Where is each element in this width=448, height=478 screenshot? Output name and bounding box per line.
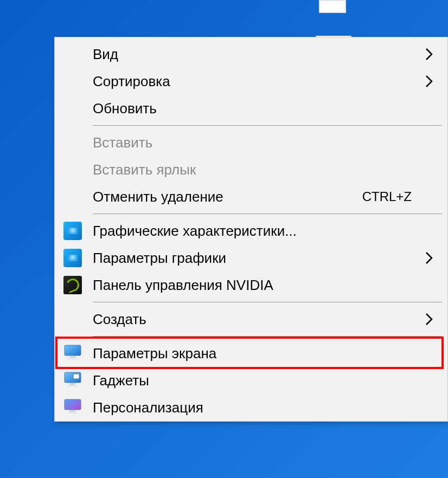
svg-rect-6	[73, 374, 79, 379]
menu-item-shortcut: CTRL+Z	[362, 189, 421, 204]
menu-item-label: Параметры экрана	[93, 345, 421, 362]
menu-item-label: Отменить удаление	[93, 189, 362, 205]
menu-item-personalize[interactable]: Персонализация	[55, 394, 447, 421]
menu-item-label: Гаджеты	[93, 372, 421, 389]
nvidia-icon	[63, 276, 82, 294]
gadgets-icon	[63, 370, 82, 392]
menu-separator	[93, 336, 442, 337]
menu-separator	[93, 125, 442, 126]
menu-item-label: Вид	[93, 46, 421, 63]
intel-icon	[63, 249, 82, 267]
menu-item-display-settings[interactable]: Параметры экрана	[55, 340, 447, 367]
desktop-context-menu: ВидСортировкаОбновитьВставитьВставить яр…	[54, 37, 448, 422]
menu-separator	[93, 214, 442, 214]
menu-item-label: Создать	[93, 311, 421, 328]
svg-rect-1	[70, 356, 75, 358]
chevron-right-icon	[421, 251, 437, 264]
menu-item-graphics-props[interactable]: Графические характеристики...	[55, 217, 447, 244]
menu-item-new[interactable]: Создать	[55, 306, 447, 333]
menu-item-paste-shortcut: Вставить ярлык	[55, 156, 447, 183]
monitor-icon	[63, 343, 82, 365]
menu-item-label: Персонализация	[93, 399, 421, 416]
menu-item-label: Панель управления NVIDIA	[93, 277, 421, 294]
menu-item-label: Вставить	[93, 134, 421, 151]
menu-item-nvidia-panel[interactable]: Панель управления NVIDIA	[55, 272, 447, 299]
menu-item-refresh[interactable]: Обновить	[55, 95, 447, 122]
menu-item-label: Обновить	[93, 100, 421, 117]
menu-item-label: Вставить ярлык	[93, 162, 421, 178]
desktop-icon-fragment	[319, 0, 346, 13]
menu-item-undo-delete[interactable]: Отменить удалениеCTRL+Z	[55, 183, 447, 210]
menu-item-view[interactable]: Вид	[55, 41, 447, 68]
menu-item-label: Графические характеристики...	[93, 223, 421, 240]
menu-item-graphics-options[interactable]: Параметры графики	[55, 244, 447, 272]
intel-icon	[63, 222, 82, 240]
chevron-right-icon	[421, 48, 437, 61]
svg-rect-0	[65, 345, 81, 356]
menu-item-label: Сортировка	[93, 73, 421, 90]
svg-rect-7	[65, 399, 81, 410]
menu-item-label: Параметры графики	[93, 250, 421, 267]
chevron-right-icon	[421, 313, 437, 326]
svg-rect-9	[68, 412, 78, 414]
menu-item-gadgets[interactable]: Гаджеты	[55, 367, 447, 394]
svg-rect-4	[70, 383, 75, 385]
personalize-icon	[63, 397, 82, 419]
menu-separator	[93, 302, 442, 302]
chevron-right-icon	[421, 75, 437, 88]
menu-item-paste: Вставить	[55, 129, 447, 156]
svg-rect-2	[68, 358, 78, 359]
svg-rect-8	[70, 410, 75, 412]
svg-rect-5	[68, 385, 78, 386]
menu-item-sort[interactable]: Сортировка	[55, 68, 447, 95]
